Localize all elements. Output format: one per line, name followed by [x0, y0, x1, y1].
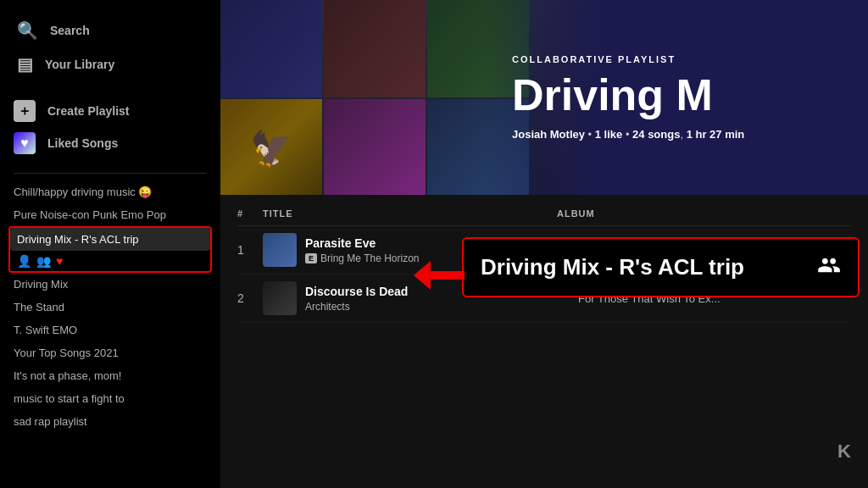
playlist-item-the-stand[interactable]: The Stand — [7, 296, 214, 319]
playlist-item-driving-mix[interactable]: Driving Mix — [7, 273, 214, 296]
playlist-item-pure-noise[interactable]: Pure Noise-con Punk Emo Pop — [7, 203, 214, 226]
playlist-list: Chill/happy driving music 😜 Pure Noise-c… — [0, 180, 220, 481]
hero-title: Driving M — [512, 71, 843, 119]
playlist-item-chill[interactable]: Chill/happy driving music 😜 — [7, 180, 214, 203]
tooltip-collab-icon — [817, 253, 841, 282]
col-album: ALBUM — [557, 208, 851, 219]
create-playlist-item[interactable]: ＋ Create Playlist — [14, 95, 207, 127]
playlist-item-sad-rap[interactable]: sad rap playlist — [7, 410, 214, 433]
sidebar-highlight-box: Driving Mix - R's ACL trip 👤 👥 ♥ — [8, 226, 212, 273]
create-playlist-icon: ＋ — [14, 100, 36, 122]
svg-marker-0 — [414, 261, 465, 290]
hero-meta: Josiah Motley • 1 like • 24 songs, 1 hr … — [512, 128, 843, 141]
playlist-icon-collab: 👥 — [36, 254, 51, 268]
sidebar: 🔍 Search ▤ Your Library ＋ Create Playlis… — [0, 0, 220, 488]
search-icon: 🔍 — [17, 20, 38, 41]
red-arrow-icon — [414, 261, 465, 290]
sidebar-top: 🔍 Search ▤ Your Library — [0, 7, 220, 81]
track-artist-2: Architects — [305, 301, 578, 313]
search-label: Search — [50, 24, 90, 37]
tooltip-title: Driving Mix - R's ACL trip — [481, 254, 744, 280]
playlist-item-t-swift[interactable]: T. Swift EMO — [7, 319, 214, 341]
album-tile-2 — [324, 0, 426, 97]
album-tile-5 — [324, 99, 426, 195]
album-tile-4 — [220, 99, 322, 195]
track-number-1: 1 — [237, 243, 263, 257]
album-tile-1 — [220, 0, 322, 97]
create-playlist-label: Create Playlist — [47, 104, 130, 118]
hero-text-area: COLLABORATIVE PLAYLIST Driving M Josiah … — [487, 0, 868, 195]
liked-songs-label: Liked Songs — [47, 136, 118, 150]
library-label: Your Library — [45, 58, 114, 71]
hero-likes: 1 like — [595, 128, 623, 141]
track-art-2 — [263, 281, 297, 315]
playlist-item-top-songs[interactable]: Your Top Songs 2021 — [7, 341, 214, 364]
collab-label: COLLABORATIVE PLAYLIST — [512, 54, 843, 64]
watermark: K — [837, 441, 851, 463]
col-title: TITLE — [263, 208, 557, 219]
sidebar-divider — [14, 173, 207, 174]
liked-songs-item[interactable]: ♥ Liked Songs — [14, 127, 207, 159]
tooltip-box: Driving Mix - R's ACL trip — [462, 237, 860, 297]
sidebar-item-search[interactable]: 🔍 Search — [14, 14, 207, 47]
explicit-badge-1: E — [305, 253, 317, 263]
hero-duration: 1 hr 27 min — [687, 128, 745, 141]
playlist-icons-row: 👤 👥 ♥ — [10, 251, 210, 271]
col-num: # — [237, 208, 263, 219]
hero-songs: 24 songs — [632, 128, 680, 141]
track-art-1 — [263, 233, 297, 267]
liked-songs-icon: ♥ — [14, 132, 36, 154]
tracklist-header: # TITLE ALBUM — [237, 202, 851, 226]
sidebar-item-library[interactable]: ▤ Your Library — [14, 47, 207, 81]
hero-creator: Josiah Motley — [512, 128, 585, 141]
album-art-grid — [220, 0, 529, 195]
playlist-icon-heart: ♥ — [56, 254, 63, 268]
playlist-item-not-a-phase[interactable]: It's not a phase, mom! — [7, 364, 214, 387]
playlist-item-driving-mix-acl[interactable]: Driving Mix - R's ACL trip — [10, 228, 210, 251]
hero-section: COLLABORATIVE PLAYLIST Driving M Josiah … — [220, 0, 868, 195]
main-content: COLLABORATIVE PLAYLIST Driving M Josiah … — [220, 0, 868, 488]
library-icon: ▤ — [17, 54, 33, 75]
playlist-item-music-fight[interactable]: music to start a fight to — [7, 387, 214, 410]
sidebar-actions: ＋ Create Playlist ♥ Liked Songs — [0, 81, 220, 166]
playlist-icon-user: 👤 — [17, 254, 31, 268]
track-number-2: 2 — [237, 291, 263, 305]
